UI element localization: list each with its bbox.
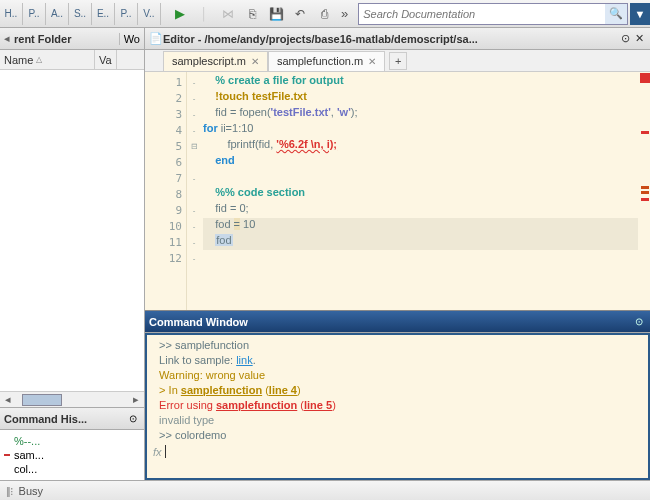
command-history-panel: Command His... ⊙ %--... sam... col...	[0, 407, 144, 480]
search-box: 🔍	[358, 3, 628, 25]
tab-label: samplefunction.m	[277, 55, 363, 67]
ribbon-tab-editor[interactable]: E..	[92, 3, 115, 25]
tab-label: samplescript.m	[172, 55, 246, 67]
ribbon-tab-view[interactable]: V..	[138, 3, 161, 25]
panel-menu-icon[interactable]: ⊙	[632, 315, 646, 329]
code-area[interactable]: % create a file for output !touch testFi…	[201, 72, 640, 310]
status-text: Busy	[19, 485, 43, 497]
quick-access-toolbar: ▶ │ ⋈ ⎘ 💾 ↶ ⎙ »	[169, 3, 352, 25]
history-item[interactable]: sam...	[4, 448, 140, 462]
command-window-panel: Command Window ⊙ >> samplefunction Link …	[145, 310, 650, 480]
run-icon[interactable]: ▶	[169, 3, 191, 25]
divider-icon: │	[193, 3, 215, 25]
search-input[interactable]	[359, 6, 605, 22]
undo-icon[interactable]: ↶	[289, 3, 311, 25]
scroll-thumb[interactable]	[22, 394, 62, 406]
link[interactable]: link	[236, 354, 253, 366]
print-icon[interactable]: ⎙	[313, 3, 335, 25]
ribbon-tab-publish[interactable]: P..	[115, 3, 138, 25]
ribbon-tab-home[interactable]: H..	[0, 3, 23, 25]
editor-title: Editor - /home/andy/projects/base16-matl…	[163, 33, 618, 45]
tab-samplefunction[interactable]: samplefunction.m✕	[268, 51, 385, 71]
marker-column[interactable]	[640, 72, 650, 310]
column-name[interactable]: Name△	[0, 50, 95, 69]
file-tabs: samplescript.m✕ samplefunction.m✕ +	[145, 50, 650, 72]
chevron-left-icon[interactable]: ◂	[4, 32, 10, 45]
ribbon-tab-apps[interactable]: A..	[46, 3, 69, 25]
fx-icon[interactable]: fx	[153, 446, 162, 458]
left-column: ◂ rent Folder Wo Name△ Va ◂ ▸ Command Hi…	[0, 28, 145, 480]
fn-link[interactable]: samplefunction	[181, 384, 262, 396]
more-arrow-icon[interactable]: »	[341, 6, 348, 21]
history-item[interactable]: col...	[4, 462, 140, 476]
search-icon[interactable]: 🔍	[605, 4, 627, 24]
panel-menu-icon[interactable]: ⊙	[618, 32, 632, 45]
tab-close-icon[interactable]: ✕	[251, 56, 259, 67]
fn-link[interactable]: samplefunction	[216, 399, 297, 411]
line-link[interactable]: line 5	[304, 399, 332, 411]
save-icon[interactable]: 💾	[265, 3, 287, 25]
tab-close-icon[interactable]: ✕	[368, 56, 376, 67]
editor-body: 123456789101112 ----⊟ - ---- % create a …	[145, 72, 650, 310]
line-link[interactable]: line 4	[269, 384, 297, 396]
history-item[interactable]: %--...	[4, 434, 140, 448]
step-icon[interactable]: ⋈	[217, 3, 239, 25]
document-icon: 📄	[149, 32, 163, 45]
status-glyph-icon: |||⫶	[6, 485, 13, 497]
right-column: 📄 Editor - /home/andy/projects/base16-ma…	[145, 28, 650, 480]
compare-icon[interactable]: ⎘	[241, 3, 263, 25]
cursor	[165, 445, 166, 458]
folder-columns: Name△ Va	[0, 50, 144, 70]
column-value[interactable]: Va	[95, 50, 117, 69]
command-window-title: Command Window	[149, 316, 628, 328]
current-folder-title: rent Folder	[14, 33, 115, 45]
scroll-right-icon[interactable]: ▸	[128, 393, 144, 406]
command-history-title: Command His...	[4, 413, 122, 425]
line-gutter: 123456789101112	[145, 72, 187, 310]
editor-header: 📄 Editor - /home/andy/projects/base16-ma…	[145, 28, 650, 50]
folder-scrollbar[interactable]: ◂ ▸	[0, 391, 144, 407]
ribbon-tab-shortcuts[interactable]: S..	[69, 3, 92, 25]
top-toolbar: H.. P.. A.. S.. E.. P.. V.. ▶ │ ⋈ ⎘ 💾 ↶ …	[0, 0, 650, 28]
command-window-body[interactable]: >> samplefunction Link to sample: link. …	[145, 333, 650, 480]
scroll-left-icon[interactable]: ◂	[0, 393, 16, 406]
close-icon[interactable]: ✕	[632, 32, 646, 45]
current-folder-header: ◂ rent Folder Wo	[0, 28, 144, 50]
tab-samplescript[interactable]: samplescript.m✕	[163, 51, 268, 71]
command-history-header: Command His... ⊙	[0, 408, 144, 430]
command-window-header: Command Window ⊙	[145, 311, 650, 333]
layout-dropdown-icon[interactable]: ▼	[630, 3, 650, 25]
workspace-title[interactable]: Wo	[119, 33, 140, 45]
status-bar: |||⫶ Busy	[0, 480, 650, 500]
command-history-body[interactable]: %--... sam... col...	[0, 430, 144, 480]
sort-asc-icon: △	[36, 55, 42, 64]
ribbon-tabs: H.. P.. A.. S.. E.. P.. V..	[0, 3, 161, 25]
folder-body[interactable]	[0, 70, 144, 391]
panel-menu-icon[interactable]: ⊙	[126, 412, 140, 426]
fold-column: ----⊟ - ----	[187, 72, 201, 310]
new-tab-button[interactable]: +	[389, 52, 407, 70]
main-area: ◂ rent Folder Wo Name△ Va ◂ ▸ Command Hi…	[0, 28, 650, 480]
ribbon-tab-plots[interactable]: P..	[23, 3, 46, 25]
